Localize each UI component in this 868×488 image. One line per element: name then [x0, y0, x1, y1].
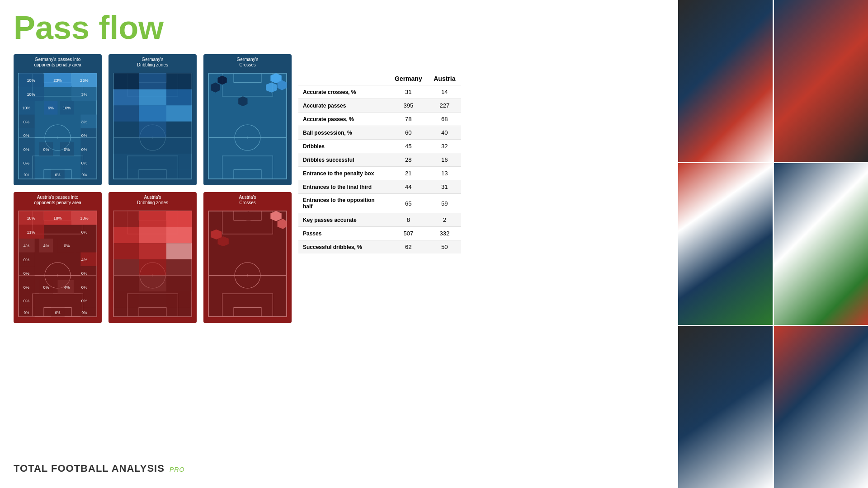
stats-row-10: Passes507332	[298, 227, 461, 240]
stat-austria: 31	[428, 180, 461, 194]
svg-text:0%: 0%	[24, 173, 29, 177]
svg-rect-66	[113, 105, 139, 122]
card-title: Germany's passes intoopponents penalty a…	[16, 57, 99, 68]
stats-row-9: Key passes accurate82	[298, 213, 461, 227]
col-austria: Austria	[428, 72, 461, 85]
pitch-svg-austria-dribbling	[111, 207, 194, 320]
svg-rect-176	[139, 308, 166, 317]
stat-label: Dribbles	[298, 140, 389, 153]
svg-text:10%: 10%	[22, 106, 30, 110]
svg-text:0%: 0%	[24, 311, 29, 315]
svg-rect-62	[166, 73, 192, 89]
stat-label: Accurate passes	[298, 99, 389, 113]
svg-rect-161	[139, 227, 166, 244]
pitch-svg-germany-dribbling	[111, 70, 194, 183]
stat-austria: 14	[428, 85, 461, 99]
stat-label: Entrances to the opposition half	[298, 194, 389, 213]
svg-point-89	[246, 136, 248, 138]
card-title: Austria'sDribbling zones	[111, 195, 194, 206]
stats-table: Germany Austria Accurate crosses, %3114A…	[298, 72, 461, 253]
card-title: Germany'sDribbling zones	[111, 57, 194, 68]
svg-text:0%: 0%	[24, 161, 29, 165]
card-germany-crosses: Germany'sCrosses	[203, 54, 292, 185]
svg-text:4%: 4%	[64, 285, 70, 290]
svg-rect-78	[113, 170, 139, 179]
stats-row-1: Accurate passes395227	[298, 99, 461, 113]
svg-point-186	[246, 274, 248, 276]
stats-row-3: Ball possession, %6040	[298, 126, 461, 140]
svg-rect-163	[113, 243, 139, 259]
svg-text:0%: 0%	[24, 147, 29, 152]
svg-rect-79	[139, 170, 166, 179]
stat-austria: 2	[428, 213, 461, 227]
brand-sub: pro	[170, 466, 184, 473]
pitch-svg-germany-crosses	[206, 70, 289, 183]
stat-austria: 13	[428, 167, 461, 180]
svg-rect-158	[139, 211, 166, 227]
photo-row-1	[678, 0, 868, 162]
svg-text:0%: 0%	[64, 244, 70, 248]
svg-rect-173	[139, 291, 166, 308]
stat-austria: 59	[428, 194, 461, 213]
stat-germany: 44	[389, 180, 428, 194]
page-title: Pass flow	[14, 9, 164, 46]
svg-text:18%: 18%	[53, 216, 61, 221]
stat-austria: 16	[428, 153, 461, 167]
card-austria-passes: Austria's passes intoopponents penalty a…	[14, 192, 102, 323]
svg-rect-80	[166, 170, 192, 179]
svg-rect-167	[139, 259, 166, 276]
stat-label: Accurate crosses, %	[298, 85, 389, 99]
svg-point-8	[57, 136, 58, 138]
card-germany-dribbling: Germany'sDribbling zones	[108, 54, 197, 185]
svg-text:3%: 3%	[81, 120, 87, 124]
svg-text:0%: 0%	[24, 271, 29, 276]
stats-row-7: Entrances to the final third4431	[298, 180, 461, 194]
stat-germany: 65	[389, 194, 428, 213]
photo-3	[678, 163, 773, 325]
svg-rect-71	[166, 122, 192, 138]
stats-row-0: Accurate crosses, %3114	[298, 85, 461, 99]
svg-text:0%: 0%	[82, 173, 87, 177]
svg-text:26%: 26%	[80, 78, 88, 83]
card-austria-dribbling: Austria'sDribbling zones	[108, 192, 197, 323]
svg-rect-175	[113, 308, 139, 317]
svg-rect-74	[166, 137, 192, 154]
photo-row-2	[678, 163, 868, 325]
svg-rect-61	[139, 73, 166, 89]
stat-austria: 227	[428, 99, 461, 113]
stat-germany: 31	[389, 85, 428, 99]
svg-text:0%: 0%	[24, 258, 29, 262]
svg-text:0%: 0%	[24, 120, 29, 124]
svg-text:0%: 0%	[82, 311, 87, 315]
svg-rect-72	[113, 137, 139, 154]
svg-point-104	[57, 274, 58, 276]
stat-austria: 50	[428, 240, 461, 254]
svg-rect-166	[113, 259, 139, 276]
svg-text:0%: 0%	[24, 285, 29, 290]
svg-text:4%: 4%	[24, 244, 29, 248]
svg-rect-160	[113, 227, 139, 244]
stats-row-8: Entrances to the opposition half6559	[298, 194, 461, 213]
stat-germany: 28	[389, 153, 428, 167]
stat-label: Ball possession, %	[298, 126, 389, 140]
svg-rect-65	[166, 89, 192, 106]
svg-text:18%: 18%	[80, 216, 88, 221]
svg-text:0%: 0%	[81, 271, 87, 276]
svg-rect-165	[166, 243, 192, 259]
stat-austria: 332	[428, 227, 461, 240]
svg-rect-162	[166, 227, 192, 244]
svg-text:0%: 0%	[55, 173, 61, 177]
svg-text:10%: 10%	[27, 92, 35, 97]
svg-rect-169	[113, 275, 139, 291]
pitch-svg-austria-passes: 18% 18% 18% 11% 0% 4% 4% 0% 0% 4% 0% 0%	[16, 207, 99, 320]
svg-text:18%: 18%	[27, 216, 35, 221]
svg-text:0%: 0%	[43, 147, 49, 152]
svg-rect-76	[139, 154, 166, 170]
stats-row-6: Entrance to the penalty box2113	[298, 167, 461, 180]
svg-text:0%: 0%	[81, 161, 87, 165]
svg-text:0%: 0%	[81, 133, 87, 138]
svg-text:0%: 0%	[81, 147, 87, 152]
svg-rect-168	[166, 259, 192, 276]
svg-rect-159	[166, 211, 192, 227]
svg-text:4%: 4%	[43, 244, 49, 248]
